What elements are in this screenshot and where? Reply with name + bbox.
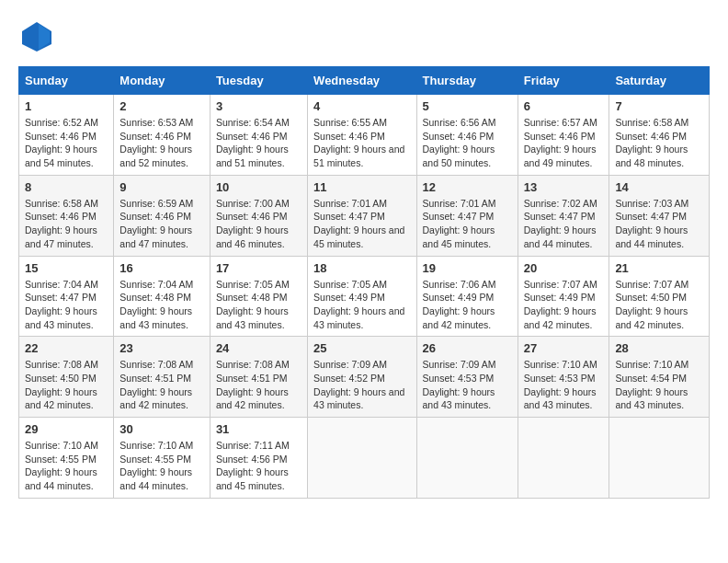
calendar-cell: 8 Sunrise: 6:58 AM Sunset: 4:46 PM Dayli… [19, 175, 114, 256]
sunset-label: Sunset: 4:46 PM [216, 211, 288, 222]
calendar-week-row: 8 Sunrise: 6:58 AM Sunset: 4:46 PM Dayli… [19, 175, 710, 256]
calendar-cell: 28 Sunrise: 7:10 AM Sunset: 4:54 PM Dayl… [609, 337, 710, 418]
cell-content: Sunrise: 7:05 AM Sunset: 4:48 PM Dayligh… [216, 278, 301, 332]
daylight-label: Daylight: 9 hours and 44 minutes. [119, 466, 192, 491]
weekday-header: Sunday [19, 67, 114, 95]
day-number: 10 [216, 180, 301, 194]
sunrise-label: Sunrise: 7:10 AM [119, 440, 193, 451]
day-number: 16 [119, 261, 204, 275]
calendar-cell: 12 Sunrise: 7:01 AM Sunset: 4:47 PM Dayl… [416, 175, 518, 256]
daylight-label: Daylight: 9 hours and 43 minutes. [119, 305, 192, 330]
daylight-label: Daylight: 9 hours and 44 minutes. [615, 224, 688, 249]
daylight-label: Daylight: 9 hours and 50 minutes. [423, 144, 495, 168]
daylight-label: Daylight: 9 hours and 42 minutes. [615, 305, 688, 330]
daylight-label: Daylight: 9 hours and 44 minutes. [25, 466, 97, 491]
calendar-cell: 30 Sunrise: 7:10 AM Sunset: 4:55 PM Dayl… [114, 418, 210, 499]
day-number: 15 [25, 261, 108, 275]
sunrise-label: Sunrise: 7:08 AM [119, 359, 193, 370]
sunrise-label: Sunrise: 7:07 AM [615, 279, 688, 290]
day-number: 6 [524, 99, 604, 113]
daylight-label: Daylight: 9 hours and 48 minutes. [615, 144, 688, 168]
daylight-label: Daylight: 9 hours and 43 minutes. [25, 305, 97, 330]
calendar-cell: 23 Sunrise: 7:08 AM Sunset: 4:51 PM Dayl… [114, 337, 210, 418]
daylight-label: Daylight: 9 hours and 47 minutes. [119, 224, 192, 249]
cell-content: Sunrise: 7:01 AM Sunset: 4:47 PM Dayligh… [423, 197, 512, 251]
weekday-header: Thursday [416, 67, 518, 95]
daylight-label: Daylight: 9 hours and 46 minutes. [216, 224, 289, 249]
daylight-label: Daylight: 9 hours and 44 minutes. [524, 224, 597, 249]
daylight-label: Daylight: 9 hours and 42 minutes. [423, 305, 495, 330]
cell-content: Sunrise: 7:09 AM Sunset: 4:52 PM Dayligh… [313, 358, 410, 412]
sunset-label: Sunset: 4:49 PM [313, 292, 385, 303]
sunrise-label: Sunrise: 7:05 AM [313, 279, 387, 290]
daylight-label: Daylight: 9 hours and 43 minutes. [216, 305, 289, 330]
calendar-cell: 4 Sunrise: 6:55 AM Sunset: 4:46 PM Dayli… [308, 95, 416, 176]
cell-content: Sunrise: 7:10 AM Sunset: 4:54 PM Dayligh… [615, 358, 703, 412]
sunset-label: Sunset: 4:46 PM [119, 131, 191, 142]
daylight-label: Daylight: 9 hours and 51 minutes. [216, 144, 289, 168]
calendar-cell: 2 Sunrise: 6:53 AM Sunset: 4:46 PM Dayli… [114, 95, 210, 176]
sunrise-label: Sunrise: 7:10 AM [25, 440, 98, 451]
calendar-cell: 7 Sunrise: 6:58 AM Sunset: 4:46 PM Dayli… [609, 95, 710, 176]
calendar-week-row: 1 Sunrise: 6:52 AM Sunset: 4:46 PM Dayli… [19, 95, 710, 176]
day-number: 19 [423, 261, 512, 275]
weekday-header: Wednesday [308, 67, 416, 95]
cell-content: Sunrise: 6:58 AM Sunset: 4:46 PM Dayligh… [25, 197, 108, 251]
weekday-header: Monday [114, 67, 210, 95]
cell-content: Sunrise: 7:11 AM Sunset: 4:56 PM Dayligh… [216, 439, 301, 493]
sunset-label: Sunset: 4:46 PM [25, 131, 97, 142]
sunrise-label: Sunrise: 7:08 AM [216, 359, 290, 370]
sunrise-label: Sunrise: 7:00 AM [216, 198, 290, 209]
cell-content: Sunrise: 7:08 AM Sunset: 4:50 PM Dayligh… [25, 358, 108, 412]
daylight-label: Daylight: 9 hours and 43 minutes. [313, 305, 404, 330]
day-number: 17 [216, 261, 301, 275]
cell-content: Sunrise: 7:10 AM Sunset: 4:55 PM Dayligh… [25, 439, 108, 493]
sunrise-label: Sunrise: 7:08 AM [25, 359, 98, 370]
sunrise-label: Sunrise: 7:04 AM [25, 279, 98, 290]
sunrise-label: Sunrise: 7:07 AM [524, 279, 597, 290]
calendar-cell [308, 418, 416, 499]
cell-content: Sunrise: 7:06 AM Sunset: 4:49 PM Dayligh… [423, 278, 512, 332]
day-number: 3 [216, 99, 301, 113]
cell-content: Sunrise: 7:00 AM Sunset: 4:46 PM Dayligh… [216, 197, 301, 251]
sunrise-label: Sunrise: 7:01 AM [423, 198, 496, 209]
daylight-label: Daylight: 9 hours and 42 minutes. [25, 386, 97, 411]
calendar-week-row: 22 Sunrise: 7:08 AM Sunset: 4:50 PM Dayl… [19, 337, 710, 418]
day-number: 30 [119, 422, 204, 436]
logo-icon [18, 18, 51, 52]
cell-content: Sunrise: 6:59 AM Sunset: 4:46 PM Dayligh… [119, 197, 204, 251]
sunrise-label: Sunrise: 6:57 AM [524, 117, 597, 128]
sunset-label: Sunset: 4:55 PM [119, 454, 191, 465]
daylight-label: Daylight: 9 hours and 51 minutes. [313, 144, 404, 168]
cell-content: Sunrise: 7:03 AM Sunset: 4:47 PM Dayligh… [615, 197, 703, 251]
day-number: 20 [524, 261, 604, 275]
daylight-label: Daylight: 9 hours and 42 minutes. [216, 386, 289, 411]
day-number: 14 [615, 180, 703, 194]
sunset-label: Sunset: 4:47 PM [524, 211, 596, 222]
day-number: 7 [615, 99, 703, 113]
sunset-label: Sunset: 4:46 PM [119, 211, 191, 222]
calendar-cell: 11 Sunrise: 7:01 AM Sunset: 4:47 PM Dayl… [308, 175, 416, 256]
calendar-cell [609, 418, 710, 499]
daylight-label: Daylight: 9 hours and 43 minutes. [524, 386, 597, 411]
sunset-label: Sunset: 4:46 PM [524, 131, 596, 142]
sunset-label: Sunset: 4:51 PM [119, 373, 191, 384]
day-number: 13 [524, 180, 604, 194]
calendar-cell: 20 Sunrise: 7:07 AM Sunset: 4:49 PM Dayl… [518, 256, 609, 337]
day-number: 11 [313, 180, 410, 194]
sunrise-label: Sunrise: 6:54 AM [216, 117, 290, 128]
sunset-label: Sunset: 4:51 PM [216, 373, 288, 384]
daylight-label: Daylight: 9 hours and 43 minutes. [423, 386, 495, 411]
weekday-header: Saturday [609, 67, 710, 95]
sunset-label: Sunset: 4:48 PM [216, 292, 288, 303]
day-number: 2 [119, 99, 204, 113]
day-number: 8 [25, 180, 108, 194]
sunset-label: Sunset: 4:55 PM [25, 454, 97, 465]
calendar-cell: 21 Sunrise: 7:07 AM Sunset: 4:50 PM Dayl… [609, 256, 710, 337]
calendar-cell [518, 418, 609, 499]
sunrise-label: Sunrise: 6:59 AM [119, 198, 193, 209]
sunrise-label: Sunrise: 7:11 AM [216, 440, 290, 451]
day-number: 26 [423, 341, 512, 355]
daylight-label: Daylight: 9 hours and 43 minutes. [313, 386, 404, 411]
calendar-header: SundayMondayTuesdayWednesdayThursdayFrid… [19, 67, 710, 95]
